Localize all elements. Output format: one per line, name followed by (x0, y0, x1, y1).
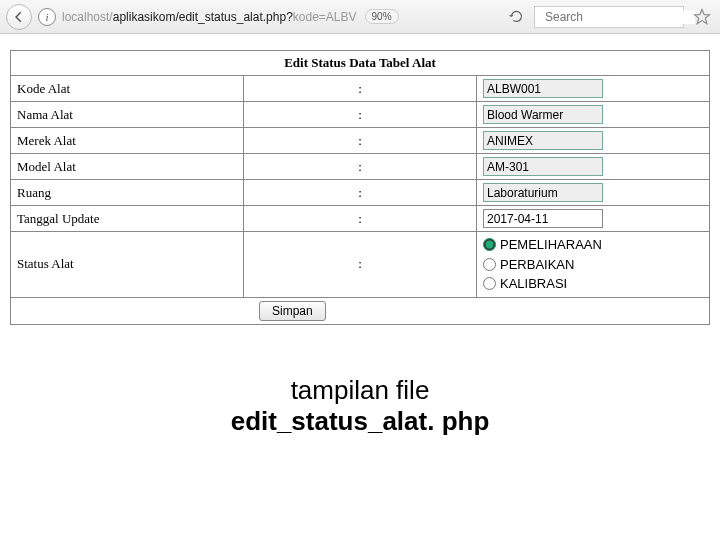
radio-label: KALIBRASI (500, 274, 567, 294)
radio-kalibrasi[interactable]: KALIBRASI (483, 274, 703, 294)
caption-line2: edit_status_alat. php (10, 406, 710, 437)
star-icon (693, 8, 711, 26)
site-info-icon[interactable]: i (38, 8, 56, 26)
label-status: Status Alat (11, 232, 244, 298)
browser-toolbar: i localhost/aplikasikom/edit_status_alat… (0, 0, 720, 34)
submit-row: Simpan (11, 297, 710, 324)
label-ruang: Ruang (11, 180, 244, 206)
radio-input-perbaikan[interactable] (483, 258, 496, 271)
colon: : (244, 180, 477, 206)
label-nama: Nama Alat (11, 102, 244, 128)
radio-pemeliharaan[interactable]: PEMELIHARAAN (483, 235, 703, 255)
reload-icon (509, 9, 524, 24)
zoom-badge[interactable]: 90% (365, 9, 399, 24)
colon: : (244, 232, 477, 298)
status-radio-group: PEMELIHARAAN PERBAIKAN KALIBRASI (477, 232, 710, 298)
address-bar[interactable]: localhost/aplikasikom/edit_status_alat.p… (62, 9, 498, 24)
slide-caption: tampilan file edit_status_alat. php (10, 375, 710, 437)
edit-status-form: Edit Status Data Tabel Alat Kode Alat : … (10, 50, 710, 325)
page-content: Edit Status Data Tabel Alat Kode Alat : … (0, 34, 720, 437)
input-model-alat[interactable] (483, 157, 603, 176)
radio-input-kalibrasi[interactable] (483, 277, 496, 290)
colon: : (244, 128, 477, 154)
url-query: kode=ALBV (293, 10, 357, 24)
label-tanggal: Tanggal Update (11, 206, 244, 232)
search-input[interactable] (545, 10, 695, 24)
label-merek: Merek Alat (11, 128, 244, 154)
colon: : (244, 102, 477, 128)
input-tanggal-update[interactable] (483, 209, 603, 228)
bookmark-button[interactable] (690, 5, 714, 29)
colon: : (244, 154, 477, 180)
radio-input-pemeliharaan[interactable] (483, 238, 496, 251)
radio-label: PEMELIHARAAN (500, 235, 602, 255)
arrow-left-icon (12, 10, 26, 24)
back-button[interactable] (6, 4, 32, 30)
label-kode: Kode Alat (11, 76, 244, 102)
url-path: aplikasikom/edit_status_alat.php? (113, 10, 293, 24)
input-ruang[interactable] (483, 183, 603, 202)
input-merek-alat[interactable] (483, 131, 603, 150)
radio-label: PERBAIKAN (500, 255, 574, 275)
caption-line1: tampilan file (10, 375, 710, 406)
input-kode-alat[interactable] (483, 79, 603, 98)
form-header: Edit Status Data Tabel Alat (11, 51, 710, 76)
simpan-button[interactable]: Simpan (259, 301, 326, 321)
colon: : (244, 206, 477, 232)
input-nama-alat[interactable] (483, 105, 603, 124)
url-host: localhost/ (62, 10, 113, 24)
reload-button[interactable] (504, 5, 528, 29)
label-model: Model Alat (11, 154, 244, 180)
colon: : (244, 76, 477, 102)
radio-perbaikan[interactable]: PERBAIKAN (483, 255, 703, 275)
search-box[interactable] (534, 6, 684, 28)
